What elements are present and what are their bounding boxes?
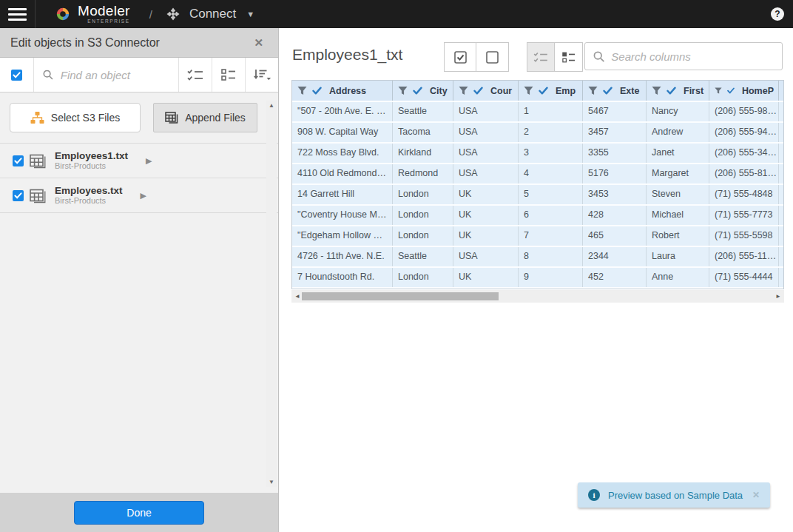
table-cell: 5 xyxy=(519,185,583,204)
file-checkbox[interactable] xyxy=(13,190,24,201)
brand: Modeler ENTERPRISE xyxy=(53,4,130,24)
find-object-input[interactable] xyxy=(61,69,169,81)
sort-button[interactable] xyxy=(245,58,278,92)
checklist-icon xyxy=(187,69,203,81)
table-cell: Janet xyxy=(647,144,709,163)
table-cell: UK xyxy=(453,268,519,287)
file-list-item[interactable]: Employees1.txt Birst-Products ▶ xyxy=(0,144,278,178)
left-panel-scrollbar[interactable]: ▲ ▼ xyxy=(266,101,277,487)
table-cell: Laura xyxy=(647,247,709,266)
navbar-divider xyxy=(35,0,36,28)
column-check-icon[interactable] xyxy=(473,87,483,95)
table-cell-clipped xyxy=(779,206,784,225)
list-view-button[interactable] xyxy=(212,58,245,92)
list-icon xyxy=(221,69,236,81)
column-header-emp[interactable]: Emp xyxy=(519,81,583,101)
column-check-icon[interactable] xyxy=(312,87,322,95)
table-cell: UK xyxy=(453,185,519,204)
table-cell-clipped xyxy=(779,185,784,204)
table-cell: (206) 555-34… xyxy=(709,144,779,163)
help-button[interactable]: ? xyxy=(771,7,784,21)
hamburger-menu-icon[interactable] xyxy=(0,0,35,28)
column-checklist-view-button[interactable] xyxy=(527,42,555,72)
select-all-columns-button[interactable] xyxy=(444,42,476,72)
table-cell: Seattle xyxy=(393,102,453,121)
checked-checkbox-icon xyxy=(454,51,467,64)
column-check-icon[interactable] xyxy=(539,87,548,95)
panel-title: Edit objects in S3 Connector xyxy=(10,36,249,50)
scroll-left-icon[interactable]: ◄ xyxy=(294,292,300,300)
table-cell: Redmond xyxy=(393,164,453,183)
column-header-cour[interactable]: Cour xyxy=(453,81,519,101)
table-cell: USA xyxy=(453,102,519,121)
table-row: 4726 - 11th Ave. N.E.SeattleUSA82344Laur… xyxy=(292,247,783,266)
table-cell: UK xyxy=(453,226,519,246)
table-cell: "Edgeham Hollow … xyxy=(292,226,393,246)
table-cell: 4726 - 11th Ave. N.E. xyxy=(292,247,393,266)
table-cell: Robert xyxy=(647,226,709,246)
expand-arrow-icon[interactable]: ▶ xyxy=(141,191,146,201)
filter-icon[interactable] xyxy=(297,86,307,95)
table-cell: 3 xyxy=(519,144,583,163)
close-panel-icon[interactable]: ✕ xyxy=(249,35,268,51)
connect-icon xyxy=(166,7,180,21)
filter-icon[interactable] xyxy=(588,86,598,95)
table-cell: USA xyxy=(453,144,519,163)
table-cell: (71) 555-4848 xyxy=(709,185,779,204)
column-header-address[interactable]: Address xyxy=(292,81,393,101)
table-cell: 1 xyxy=(519,102,583,121)
expand-arrow-icon[interactable]: ▶ xyxy=(146,156,152,166)
column-header-label: Address xyxy=(329,86,366,96)
table-cell: Seattle xyxy=(393,247,453,266)
scroll-right-icon[interactable]: ► xyxy=(775,292,781,300)
list-icon xyxy=(562,52,576,63)
table-cell: UK xyxy=(453,206,519,225)
column-check-icon[interactable] xyxy=(727,87,735,95)
scroll-up-icon[interactable]: ▲ xyxy=(266,102,277,109)
filter-icon[interactable] xyxy=(715,86,722,95)
preview-panel: Employees1_txt xyxy=(280,28,793,532)
file-list-item[interactable]: Employees.txt Birst-Products ▶ xyxy=(0,178,278,213)
panel-footer: Done xyxy=(0,493,278,532)
scroll-down-icon[interactable]: ▼ xyxy=(266,479,277,485)
filter-icon[interactable] xyxy=(398,86,408,95)
column-check-icon[interactable] xyxy=(603,87,613,95)
connect-menu[interactable]: Connect ▼ xyxy=(166,7,254,21)
sample-data-toast: i Preview based on Sample Data ✕ xyxy=(578,482,770,508)
find-object-search[interactable] xyxy=(34,58,178,92)
table-cell: Margaret xyxy=(647,164,709,183)
table-cell: "Coventry House M… xyxy=(292,206,393,225)
select-s3-files-button[interactable]: Select S3 Files xyxy=(10,103,141,132)
table-cell: 722 Moss Bay Blvd. xyxy=(292,144,393,163)
select-all-checkbox[interactable] xyxy=(11,70,22,81)
table-cell-clipped xyxy=(779,268,784,287)
table-cell: 7 Houndstooth Rd. xyxy=(292,268,393,287)
column-header-city[interactable]: City xyxy=(393,81,453,101)
column-header-first[interactable]: First xyxy=(647,81,709,101)
left-panel: Edit objects in S3 Connector ✕ xyxy=(0,28,279,532)
column-check-icon[interactable] xyxy=(413,87,422,95)
file-checkbox[interactable] xyxy=(13,155,24,166)
column-list-view-button[interactable] xyxy=(555,42,583,72)
table-cell: 3453 xyxy=(583,185,647,204)
filter-icon[interactable] xyxy=(459,86,468,95)
search-columns-box[interactable] xyxy=(584,42,783,70)
filter-icon[interactable] xyxy=(524,86,533,95)
checklist-view-button[interactable] xyxy=(178,58,212,92)
filter-icon[interactable] xyxy=(652,86,661,95)
horizontal-scrollbar[interactable]: ◄ ► xyxy=(291,290,784,303)
table-file-icon xyxy=(30,153,47,169)
column-check-icon[interactable] xyxy=(667,87,676,95)
deselect-all-columns-button[interactable] xyxy=(476,42,509,72)
toast-close-icon[interactable]: ✕ xyxy=(749,488,763,502)
table-cell: (206) 555-98… xyxy=(709,102,779,121)
column-header-homep[interactable]: HomeP xyxy=(709,81,779,101)
table-cell-clipped xyxy=(779,226,784,246)
done-button[interactable]: Done xyxy=(74,501,204,525)
column-header-exte[interactable]: Exte xyxy=(583,81,647,101)
search-columns-input[interactable] xyxy=(611,50,774,63)
scrollbar-thumb[interactable] xyxy=(302,292,499,300)
append-files-button[interactable]: Append Files xyxy=(153,103,257,132)
table-row: "Edgeham Hollow …LondonUK7465Robert(71) … xyxy=(292,226,783,246)
app-root: Modeler ENTERPRISE / Connect ▼ ? Edit ob… xyxy=(0,0,793,532)
